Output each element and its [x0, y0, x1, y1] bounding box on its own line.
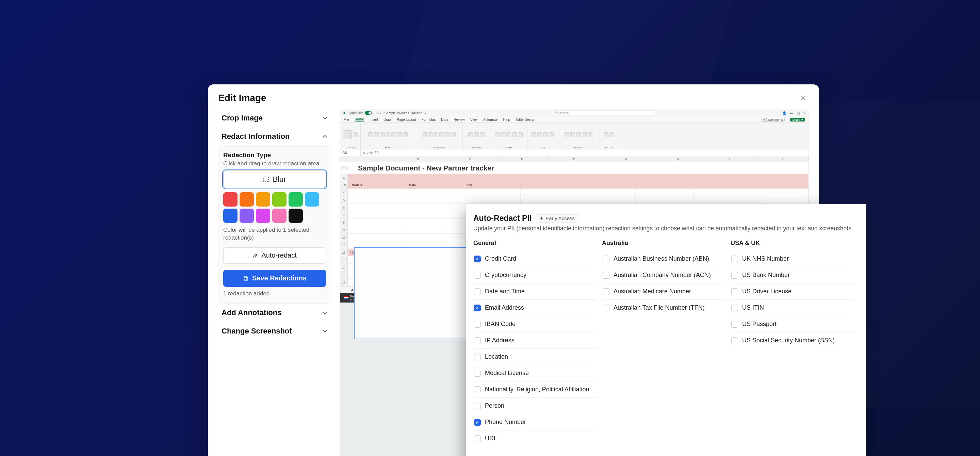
excel-menu-item: File [344, 118, 349, 121]
pii-option[interactable]: US Bank Number [730, 267, 854, 283]
column-australia-title: Australia [602, 240, 725, 247]
redaction-type-label: Redaction Type [223, 151, 326, 159]
checkbox[interactable] [474, 337, 481, 344]
excel-menubar: FileHomeInsertDrawPage LayoutFormulasDat… [340, 117, 808, 123]
ribbon-group: Number [463, 123, 490, 150]
pii-option[interactable]: US Social Security Number (SSN) [730, 332, 854, 348]
pii-option[interactable]: Person [473, 398, 597, 414]
color-swatch[interactable] [223, 208, 237, 223]
pii-option-label: Cryptocurrency [485, 272, 527, 279]
checkbox[interactable] [474, 256, 481, 262]
pii-option-label: Australian Tax File Number (TFN) [614, 304, 705, 311]
checkbox[interactable] [603, 272, 609, 279]
pii-option-label: Date and Time [485, 288, 525, 295]
color-swatch[interactable] [256, 192, 270, 207]
redaction-note: Color will be applied to 1 selected reda… [223, 226, 326, 242]
chevron-up-icon [322, 134, 328, 139]
pii-option[interactable]: US Driver License [730, 283, 854, 300]
section-annotations[interactable]: Add Annotations [218, 303, 331, 322]
color-swatch[interactable] [305, 192, 319, 207]
pii-option[interactable]: Nationality, Religion, Political Affilia… [473, 381, 597, 398]
pii-option[interactable]: Location [473, 349, 597, 365]
checkbox[interactable] [474, 403, 481, 409]
pii-option[interactable]: Medical License [473, 365, 597, 381]
checkbox[interactable] [731, 305, 738, 311]
pii-option[interactable]: Australian Tax File Number (TFN) [602, 300, 725, 316]
color-swatch[interactable] [240, 208, 254, 223]
save-redactions-button[interactable]: Save Redactions [223, 270, 326, 287]
checkbox[interactable] [603, 288, 609, 295]
section-redact[interactable]: Redact Information [218, 127, 331, 146]
checkbox[interactable] [474, 354, 481, 361]
color-swatch[interactable] [272, 192, 286, 207]
formula-value: 10 [375, 151, 379, 155]
pii-option[interactable]: IBAN Code [473, 316, 597, 332]
pii-option[interactable]: Australian Company Number (ACN) [602, 267, 725, 283]
checkbox[interactable] [474, 305, 481, 311]
checkbox[interactable] [731, 288, 738, 295]
pii-option[interactable]: Date and Time [473, 283, 597, 300]
checkbox[interactable] [731, 321, 738, 328]
pii-option[interactable]: Australian Business Number (ABN) [602, 251, 725, 267]
pii-option[interactable]: US Passport [730, 316, 854, 332]
document-title: Sample Document - New Partner tracker [348, 164, 808, 172]
excel-menu-item: View [470, 118, 478, 121]
color-swatch[interactable] [256, 208, 270, 223]
redaction-hint: Click and drag to draw redaction area [223, 160, 326, 167]
pii-option-label: US ITIN [742, 304, 764, 311]
pii-option[interactable]: Australian Medicare Number [602, 283, 725, 300]
pii-option[interactable]: US ITIN [730, 300, 854, 316]
formula-bar: G8 ✕ ✓ fx 10 [340, 150, 808, 156]
auto-redact-label: Auto-redact [261, 251, 296, 259]
color-swatch[interactable] [288, 192, 303, 207]
svg-rect-0 [264, 177, 269, 182]
save-icon [243, 275, 249, 281]
pii-option-label: Person [485, 402, 504, 409]
checkbox[interactable] [731, 337, 738, 344]
color-swatch[interactable] [240, 192, 254, 207]
checkbox[interactable] [474, 288, 481, 295]
excel-icon: X [343, 111, 345, 115]
pii-option[interactable]: Cryptocurrency [473, 267, 597, 283]
column-header: H [705, 156, 756, 162]
blur-button[interactable]: Blur [223, 170, 326, 188]
close-window-icon: ✕ [803, 111, 806, 115]
ribbon-group: Editing [558, 123, 599, 150]
user-avatar-icon: 👤 [782, 111, 786, 115]
pii-option[interactable]: IP Address [473, 332, 597, 349]
autosave-label: AutoSave [350, 111, 363, 115]
checkbox[interactable] [474, 435, 481, 442]
section-change-screenshot[interactable]: Change Screenshot [218, 322, 331, 340]
checkbox[interactable] [731, 272, 738, 279]
column-header: C [444, 156, 496, 162]
checkbox[interactable] [731, 256, 738, 262]
pii-option[interactable]: UK NHS Number [730, 251, 854, 267]
checkbox[interactable] [603, 256, 609, 262]
pii-option-label: Australian Medicare Number [614, 288, 691, 295]
pii-option[interactable]: Credit Card [473, 251, 597, 267]
ribbon-group: Cells [527, 123, 558, 150]
column-australia: Australia Australian Business Number (AB… [602, 240, 725, 456]
checkbox[interactable] [603, 305, 609, 311]
pii-option[interactable]: Email Address [473, 300, 597, 316]
column-general-title: General [473, 240, 597, 247]
checkbox[interactable] [474, 386, 481, 393]
auto-redact-button[interactable]: Auto-redact [223, 248, 326, 264]
close-icon[interactable] [798, 92, 809, 103]
checkbox[interactable] [474, 321, 481, 328]
color-swatch[interactable] [223, 192, 237, 207]
section-annotations-label: Add Annotations [221, 308, 282, 317]
redact-panel: Redaction Type Click and drag to draw re… [218, 146, 331, 303]
checkbox[interactable] [474, 370, 481, 377]
color-swatch[interactable] [288, 208, 303, 223]
pii-option[interactable]: Phone Number [473, 414, 597, 431]
color-swatch[interactable] [272, 208, 286, 223]
chevron-down-icon [322, 115, 328, 121]
excel-menu-item: Automate [483, 118, 498, 121]
checkbox[interactable] [474, 419, 481, 426]
section-crop[interactable]: Crop Image [218, 109, 331, 127]
pii-option-label: Phone Number [485, 419, 526, 426]
pii-option[interactable]: URL [473, 431, 597, 446]
checkbox[interactable] [474, 272, 481, 279]
column-usa-uk: USA & UK UK NHS NumberUS Bank NumberUS D… [730, 240, 854, 456]
